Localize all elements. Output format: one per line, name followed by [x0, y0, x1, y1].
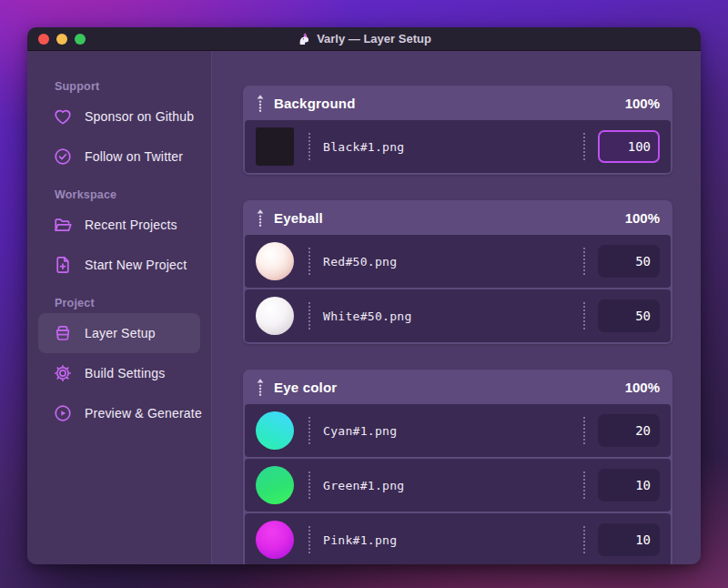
divider [308, 526, 310, 553]
file-plus-icon [53, 255, 73, 275]
archive-box-icon [53, 323, 73, 343]
app-body: Support Sponsor on Github Follow on Twit… [27, 51, 701, 564]
layer-weight-input[interactable] [598, 469, 660, 502]
layer-setup-panel: Background 100% Black#1.png Eyeball [212, 51, 701, 564]
divider [583, 526, 585, 553]
layer-group-opacity: 100% [625, 380, 660, 395]
window-title-text: Varly — Layer Setup [317, 32, 431, 46]
sidebar-item-label: Build Settings [85, 366, 165, 380]
layer-weight-input[interactable] [598, 414, 660, 447]
layer-weight-input[interactable] [598, 523, 660, 556]
sidebar-item-preview-generate[interactable]: Preview & Generate [27, 393, 211, 433]
layer-group-opacity: 100% [625, 96, 660, 111]
layer-row[interactable]: Black#1.png [245, 120, 671, 173]
sidebar-item-label: Start New Project [85, 258, 187, 272]
sidebar-item-start-new-project[interactable]: Start New Project [27, 245, 211, 285]
layer-filename: White#50.png [323, 309, 412, 323]
layer-group-name: Background [274, 96, 356, 111]
layer-row[interactable]: White#50.png [245, 289, 671, 342]
layer-thumbnail [256, 127, 294, 166]
sidebar-item-follow-on-twitter[interactable]: Follow on Twitter [27, 137, 211, 177]
divider [583, 248, 585, 275]
titlebar[interactable]: Varly — Layer Setup [27, 27, 701, 51]
drag-handle-icon[interactable] [254, 208, 267, 227]
gear-icon [53, 363, 73, 383]
unicorn-icon [297, 32, 311, 46]
sidebar-item-label: Follow on Twitter [85, 149, 183, 164]
layer-row[interactable]: Pink#1.png [245, 513, 671, 564]
layer-filename: Red#50.png [323, 255, 397, 269]
layer-thumbnail [256, 242, 294, 280]
layer-group-name: Eye color [274, 380, 337, 395]
folder-open-icon [53, 215, 73, 235]
sidebar-item-recent-projects[interactable]: Recent Projects [27, 205, 211, 245]
layer-thumbnail [256, 466, 294, 504]
layer-weight-input[interactable] [598, 245, 660, 278]
layer-group-header[interactable]: Background 100% [245, 87, 671, 118]
divider [308, 248, 310, 275]
badge-check-icon [53, 147, 73, 167]
sidebar-item-build-settings[interactable]: Build Settings [27, 353, 211, 393]
layer-thumbnail [256, 297, 294, 335]
layer-filename: Green#1.png [323, 479, 404, 492]
divider [308, 302, 310, 329]
layer-group-header[interactable]: Eyeball 100% [245, 202, 671, 233]
layer-row[interactable]: Cyan#1.png [245, 404, 671, 457]
layer-group-eye-color: Eye color 100% Cyan#1.png Green#1.png [243, 370, 672, 564]
sidebar-section-workspace: Workspace Recent Projects Start New Proj… [27, 188, 211, 285]
section-heading: Workspace [27, 188, 211, 201]
sidebar: Support Sponsor on Github Follow on Twit… [27, 51, 212, 564]
drag-handle-icon[interactable] [254, 94, 267, 112]
sidebar-item-label: Preview & Generate [85, 406, 202, 421]
layer-group-header[interactable]: Eye color 100% [245, 371, 671, 402]
sidebar-item-label: Layer Setup [85, 326, 156, 340]
layer-thumbnail [256, 521, 294, 559]
section-heading: Project [27, 297, 211, 309]
divider [308, 471, 310, 499]
divider [308, 133, 310, 160]
heart-icon [53, 106, 73, 127]
divider [308, 417, 310, 444]
layer-row[interactable]: Red#50.png [245, 235, 671, 288]
divider [583, 302, 585, 329]
layer-group-opacity: 100% [625, 210, 660, 226]
sidebar-item-layer-setup[interactable]: Layer Setup [38, 313, 200, 353]
drag-handle-icon[interactable] [254, 378, 267, 396]
sidebar-item-sponsor-on-github[interactable]: Sponsor on Github [27, 96, 211, 137]
layer-weight-input[interactable] [598, 130, 660, 163]
layer-row[interactable]: Green#1.png [245, 459, 671, 512]
divider [583, 133, 585, 160]
layer-filename: Black#1.png [323, 140, 404, 154]
layer-thumbnail [256, 411, 294, 450]
app-window: Varly — Layer Setup Support Sponsor on G… [27, 27, 701, 564]
divider [583, 471, 585, 499]
section-heading: Support [27, 80, 211, 93]
layer-group-eyeball: Eyeball 100% Red#50.png White#50.png [243, 200, 672, 344]
layer-group-name: Eyeball [274, 210, 323, 226]
sidebar-section-project: Project Layer Setup Build Settings Previ… [27, 297, 211, 433]
sidebar-item-label: Sponsor on Github [85, 109, 194, 124]
play-circle-icon [53, 403, 73, 423]
layer-filename: Cyan#1.png [323, 424, 397, 438]
sidebar-section-support: Support Sponsor on Github Follow on Twit… [27, 80, 211, 177]
layer-group-background: Background 100% Black#1.png [243, 86, 672, 175]
layer-filename: Pink#1.png [323, 533, 397, 547]
layer-weight-input[interactable] [598, 299, 660, 332]
sidebar-item-label: Recent Projects [85, 218, 177, 232]
window-title: Varly — Layer Setup [27, 32, 701, 46]
divider [583, 417, 585, 444]
